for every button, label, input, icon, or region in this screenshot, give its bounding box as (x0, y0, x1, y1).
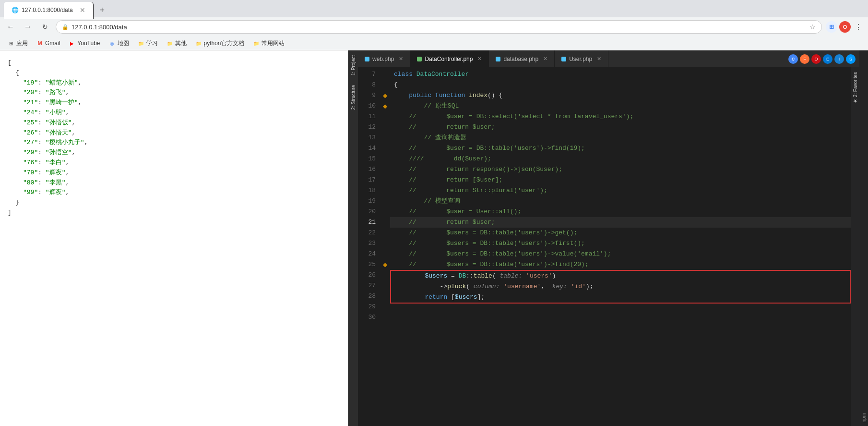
json-row: "79": "辉夜", (23, 168, 340, 178)
gutter-30 (380, 312, 390, 323)
code-line-21: // return $user; (390, 217, 851, 228)
code-line-13: // 查询构造器 (390, 133, 851, 143)
npm-label: npm (861, 413, 867, 422)
line-num-29: 29 (358, 302, 376, 312)
json-row: "27": "樱桃小丸子", (23, 138, 340, 148)
gutter-14 (380, 143, 390, 154)
json-row: "21": "黑崎一护", (23, 98, 340, 108)
bookmark-python[interactable]: 📁 python官方文档 (191, 38, 248, 49)
tab-datacontroller-php[interactable]: DataController.php ✕ (410, 50, 489, 67)
bookmark-maps[interactable]: ◎ 地图 (105, 38, 133, 49)
gutter-23 (380, 238, 390, 249)
bookmark-other[interactable]: 📁 其他 (163, 38, 190, 49)
url-text: 127.0.0.1:8000/data (71, 24, 127, 31)
gutter-18 (380, 185, 390, 196)
line-num-10: 10 (358, 101, 376, 111)
opera-icon: O (811, 54, 821, 64)
menu-icon[interactable]: ⋮ (853, 21, 864, 33)
tab-database-php[interactable]: database.php ✕ (489, 50, 555, 67)
line-num-13: 13 (358, 133, 376, 143)
profile-icon[interactable]: O (839, 21, 851, 33)
json-row: "24": "小明", (23, 108, 340, 118)
gutter-11 (380, 111, 390, 122)
tab-user-label: User.php (569, 56, 592, 62)
browser-tab-active[interactable]: 🌐 127.0.0.1:8000/data ✕ (4, 2, 94, 19)
gutter-col: ◆ ◆ ◆ (380, 67, 390, 426)
bookmarks-bar: ⊞ 应用 M Gmail ▶ YouTube ◎ 地图 📁 学习 📁 其他 📁 … (0, 37, 868, 50)
lock-icon: 🔒 (62, 24, 69, 30)
line-num-25: 25 (358, 259, 376, 270)
browser-tab-title: 127.0.0.1:8000/data (22, 7, 73, 13)
code-line-15: //// dd($user); (390, 154, 851, 164)
maps-icon: ◎ (109, 40, 116, 47)
tab-user-php[interactable]: User.php ✕ (555, 50, 608, 67)
line-num-7: 7 (358, 69, 376, 80)
gutter-9: ◆ (380, 90, 390, 101)
line-num-21: 21 (358, 217, 376, 228)
line-num-15: 15 (358, 154, 376, 164)
json-row: "19": "蜡笔小新", (23, 78, 340, 88)
close-web-php-icon[interactable]: ✕ (399, 56, 403, 62)
structure-panel-tab[interactable]: 2: Structure (349, 80, 358, 115)
json-row: "20": "路飞", (23, 88, 340, 98)
bookmark-gmail-label: Gmail (45, 40, 60, 47)
line-num-20: 20 (358, 207, 376, 217)
refresh-button[interactable]: ↻ (38, 20, 52, 34)
browser-json-content: [ { "19": "蜡笔小新","20": "路飞","21": "黑崎一护"… (0, 50, 348, 426)
main-content: [ { "19": "蜡笔小新","20": "路飞","21": "黑崎一护"… (0, 50, 868, 426)
line-num-28: 28 (358, 291, 376, 302)
folder-common-icon: 📁 (253, 40, 260, 47)
line-num-17: 17 (358, 175, 376, 185)
close-datacontroller-icon[interactable]: ✕ (477, 56, 482, 62)
project-panel-tab[interactable]: 1: Project (349, 50, 358, 80)
code-line-20: // $user = User::all(); (390, 207, 851, 217)
tab-database-icon (496, 57, 500, 61)
close-tab-icon[interactable]: ✕ (80, 6, 85, 14)
gutter-24 (380, 249, 390, 259)
line-num-30: 30 (358, 312, 376, 323)
bookmark-gmail[interactable]: M Gmail (33, 39, 64, 48)
code-line-28: return [$users]; (391, 292, 850, 303)
code-line-12: // return $user; (390, 122, 851, 133)
bookmark-youtube[interactable]: ▶ YouTube (65, 39, 104, 48)
bookmark-apps[interactable]: ⊞ 应用 (4, 38, 32, 49)
code-line-22: // $users = DB::table('users')->get(); (390, 228, 851, 238)
gutter-27 (380, 280, 390, 291)
address-bar[interactable]: 🔒 127.0.0.1:8000/data ☆ (56, 20, 822, 34)
editor-tab-bar: web.php ✕ DataController.php ✕ database.… (358, 50, 859, 67)
line-num-12: 12 (358, 122, 376, 133)
safari-icon: S (846, 54, 856, 64)
line-num-23: 23 (358, 238, 376, 249)
nav-bar: ← → ↻ 🔒 127.0.0.1:8000/data ☆ ⊞ O ⋮ (0, 17, 868, 37)
line-num-14: 14 (358, 143, 376, 154)
code-line-19: // 模型查询 (390, 196, 851, 207)
tab-web-php-label: web.php (372, 56, 394, 62)
close-user-icon[interactable]: ✕ (597, 56, 601, 62)
favorites-panel-tab[interactable]: ★ 2: Favorites (851, 67, 859, 109)
code-area[interactable]: class DataController { public function i… (390, 67, 851, 426)
json-row: "99": "辉夜", (23, 188, 340, 198)
tab-web-php[interactable]: web.php ✕ (358, 50, 410, 67)
code-line-9: public function index() { (390, 90, 851, 101)
breakpoint-25: ◆ (383, 261, 387, 268)
line-num-24: 24 (358, 249, 376, 259)
star-favorites-icon: ★ (853, 98, 858, 104)
editor-body: 7 8 9 10 11 12 13 14 15 16 17 18 19 20 2… (358, 67, 859, 426)
gutter-28 (380, 291, 390, 302)
close-database-icon[interactable]: ✕ (543, 56, 547, 62)
line-num-27: 27 (358, 280, 376, 291)
gutter-29 (380, 302, 390, 312)
line-num-8: 8 (358, 80, 376, 90)
bookmark-common-label: 常用网站 (262, 39, 285, 48)
new-tab-button[interactable]: + (95, 3, 109, 17)
bookmark-study[interactable]: 📁 学习 (134, 38, 162, 49)
bookmark-common[interactable]: 📁 常用网站 (249, 38, 288, 49)
folder-python-icon: 📁 (195, 40, 202, 47)
back-button[interactable]: ← (4, 20, 17, 34)
gutter-15 (380, 154, 390, 164)
bookmark-other-label: 其他 (175, 39, 187, 48)
gutter-12 (380, 122, 390, 133)
extensions-icon[interactable]: ⊞ (826, 21, 837, 33)
forward-button[interactable]: → (21, 20, 35, 34)
bookmark-star-icon[interactable]: ☆ (809, 23, 816, 31)
